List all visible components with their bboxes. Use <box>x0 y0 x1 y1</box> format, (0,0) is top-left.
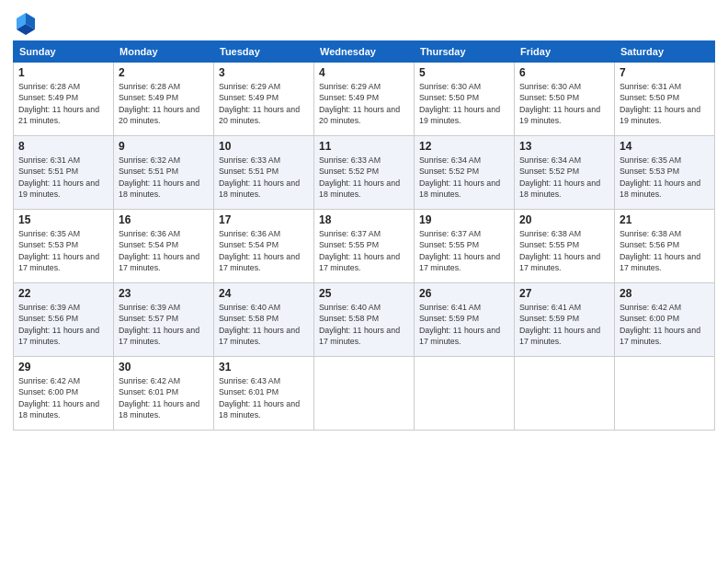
logo-icon <box>13 9 39 35</box>
calendar-cell: 8Sunrise: 6:31 AMSunset: 5:51 PMDaylight… <box>14 136 114 210</box>
day-info: Sunrise: 6:35 AMSunset: 5:53 PMDaylight:… <box>18 228 108 273</box>
calendar-cell: 25Sunrise: 6:40 AMSunset: 5:58 PMDayligh… <box>314 283 415 357</box>
day-number: 5 <box>419 66 509 79</box>
day-number: 14 <box>620 140 710 153</box>
day-number: 29 <box>18 361 108 373</box>
day-info: Sunrise: 6:29 AMSunset: 5:49 PMDaylight:… <box>319 81 409 126</box>
day-number: 8 <box>18 140 108 153</box>
calendar-cell: 20Sunrise: 6:38 AMSunset: 5:55 PMDayligh… <box>515 210 615 283</box>
day-info: Sunrise: 6:40 AMSunset: 5:58 PMDaylight:… <box>219 302 309 347</box>
calendar-cell: 10Sunrise: 6:33 AMSunset: 5:51 PMDayligh… <box>214 136 314 210</box>
calendar-cell: 9Sunrise: 6:32 AMSunset: 5:51 PMDaylight… <box>114 136 214 210</box>
day-info: Sunrise: 6:42 AMSunset: 6:00 PMDaylight:… <box>18 375 108 420</box>
day-info: Sunrise: 6:28 AMSunset: 5:49 PMDaylight:… <box>18 81 108 126</box>
calendar-cell: 26Sunrise: 6:41 AMSunset: 5:59 PMDayligh… <box>415 283 515 357</box>
calendar-week-row: 22Sunrise: 6:39 AMSunset: 5:56 PMDayligh… <box>14 283 715 357</box>
day-info: Sunrise: 6:43 AMSunset: 6:01 PMDaylight:… <box>219 375 309 420</box>
weekday-header-tuesday: Tuesday <box>214 41 314 63</box>
day-number: 23 <box>119 287 209 300</box>
day-info: Sunrise: 6:38 AMSunset: 5:56 PMDaylight:… <box>620 228 710 273</box>
calendar-week-row: 15Sunrise: 6:35 AMSunset: 5:53 PMDayligh… <box>14 210 715 283</box>
weekday-header-monday: Monday <box>114 41 214 63</box>
day-number: 9 <box>119 140 209 153</box>
day-info: Sunrise: 6:28 AMSunset: 5:49 PMDaylight:… <box>119 81 209 126</box>
calendar-cell: 4Sunrise: 6:29 AMSunset: 5:49 PMDaylight… <box>314 63 415 136</box>
day-number: 22 <box>18 287 108 300</box>
calendar-week-row: 8Sunrise: 6:31 AMSunset: 5:51 PMDaylight… <box>14 136 715 210</box>
calendar-cell: 23Sunrise: 6:39 AMSunset: 5:57 PMDayligh… <box>114 283 214 357</box>
day-info: Sunrise: 6:37 AMSunset: 5:55 PMDaylight:… <box>419 228 509 273</box>
day-info: Sunrise: 6:38 AMSunset: 5:55 PMDaylight:… <box>519 228 609 273</box>
day-info: Sunrise: 6:36 AMSunset: 5:54 PMDaylight:… <box>119 228 209 273</box>
calendar-cell: 27Sunrise: 6:41 AMSunset: 5:59 PMDayligh… <box>515 283 615 357</box>
day-number: 25 <box>319 287 409 300</box>
calendar-cell: 6Sunrise: 6:30 AMSunset: 5:50 PMDaylight… <box>515 63 615 136</box>
calendar-cell: 13Sunrise: 6:34 AMSunset: 5:52 PMDayligh… <box>515 136 615 210</box>
day-info: Sunrise: 6:34 AMSunset: 5:52 PMDaylight:… <box>419 155 509 200</box>
logo <box>13 9 42 35</box>
day-number: 15 <box>18 213 108 226</box>
day-info: Sunrise: 6:36 AMSunset: 5:54 PMDaylight:… <box>219 228 309 273</box>
calendar-cell: 31Sunrise: 6:43 AMSunset: 6:01 PMDayligh… <box>214 357 314 431</box>
calendar-cell: 19Sunrise: 6:37 AMSunset: 5:55 PMDayligh… <box>415 210 515 283</box>
day-number: 16 <box>119 213 209 226</box>
calendar-cell <box>415 357 515 431</box>
calendar-week-row: 29Sunrise: 6:42 AMSunset: 6:00 PMDayligh… <box>14 357 715 431</box>
calendar-cell: 21Sunrise: 6:38 AMSunset: 5:56 PMDayligh… <box>615 210 715 283</box>
day-info: Sunrise: 6:42 AMSunset: 6:00 PMDaylight:… <box>620 302 710 347</box>
day-info: Sunrise: 6:41 AMSunset: 5:59 PMDaylight:… <box>519 302 609 347</box>
day-number: 21 <box>620 213 710 226</box>
calendar-cell: 12Sunrise: 6:34 AMSunset: 5:52 PMDayligh… <box>415 136 515 210</box>
day-info: Sunrise: 6:34 AMSunset: 5:52 PMDaylight:… <box>519 155 609 200</box>
calendar-cell: 5Sunrise: 6:30 AMSunset: 5:50 PMDaylight… <box>415 63 515 136</box>
calendar-cell: 28Sunrise: 6:42 AMSunset: 6:00 PMDayligh… <box>615 283 715 357</box>
day-info: Sunrise: 6:31 AMSunset: 5:51 PMDaylight:… <box>18 155 108 200</box>
calendar-cell: 3Sunrise: 6:29 AMSunset: 5:49 PMDaylight… <box>214 63 314 136</box>
day-info: Sunrise: 6:41 AMSunset: 5:59 PMDaylight:… <box>419 302 509 347</box>
calendar-cell: 29Sunrise: 6:42 AMSunset: 6:00 PMDayligh… <box>14 357 114 431</box>
calendar-cell: 18Sunrise: 6:37 AMSunset: 5:55 PMDayligh… <box>314 210 415 283</box>
day-info: Sunrise: 6:39 AMSunset: 5:57 PMDaylight:… <box>119 302 209 347</box>
weekday-header-thursday: Thursday <box>415 41 515 63</box>
day-number: 12 <box>419 140 509 153</box>
calendar-cell: 11Sunrise: 6:33 AMSunset: 5:52 PMDayligh… <box>314 136 415 210</box>
day-number: 31 <box>219 361 309 373</box>
weekday-header-wednesday: Wednesday <box>314 41 415 63</box>
day-number: 30 <box>119 361 209 373</box>
day-number: 6 <box>519 66 609 79</box>
calendar-cell: 14Sunrise: 6:35 AMSunset: 5:53 PMDayligh… <box>615 136 715 210</box>
day-info: Sunrise: 6:30 AMSunset: 5:50 PMDaylight:… <box>419 81 509 126</box>
calendar-table: SundayMondayTuesdayWednesdayThursdayFrid… <box>13 40 715 431</box>
weekday-header-saturday: Saturday <box>615 41 715 63</box>
weekday-header-row: SundayMondayTuesdayWednesdayThursdayFrid… <box>14 41 715 63</box>
day-number: 3 <box>219 66 309 79</box>
day-info: Sunrise: 6:40 AMSunset: 5:58 PMDaylight:… <box>319 302 409 347</box>
calendar-cell: 24Sunrise: 6:40 AMSunset: 5:58 PMDayligh… <box>214 283 314 357</box>
weekday-header-sunday: Sunday <box>14 41 114 63</box>
day-number: 18 <box>319 213 409 226</box>
day-number: 7 <box>620 66 710 79</box>
calendar-cell <box>615 357 715 431</box>
day-info: Sunrise: 6:29 AMSunset: 5:49 PMDaylight:… <box>219 81 309 126</box>
day-info: Sunrise: 6:30 AMSunset: 5:50 PMDaylight:… <box>519 81 609 126</box>
day-info: Sunrise: 6:35 AMSunset: 5:53 PMDaylight:… <box>620 155 710 200</box>
day-number: 2 <box>119 66 209 79</box>
calendar-cell: 17Sunrise: 6:36 AMSunset: 5:54 PMDayligh… <box>214 210 314 283</box>
day-number: 24 <box>219 287 309 300</box>
day-number: 27 <box>519 287 609 300</box>
day-number: 26 <box>419 287 509 300</box>
day-info: Sunrise: 6:33 AMSunset: 5:52 PMDaylight:… <box>319 155 409 200</box>
calendar-cell <box>515 357 615 431</box>
day-number: 4 <box>319 66 409 79</box>
calendar-page: SundayMondayTuesdayWednesdayThursdayFrid… <box>0 0 728 563</box>
calendar-cell <box>314 357 415 431</box>
calendar-week-row: 1Sunrise: 6:28 AMSunset: 5:49 PMDaylight… <box>14 63 715 136</box>
calendar-cell: 30Sunrise: 6:42 AMSunset: 6:01 PMDayligh… <box>114 357 214 431</box>
day-number: 28 <box>620 287 710 300</box>
weekday-header-friday: Friday <box>515 41 615 63</box>
day-number: 17 <box>219 213 309 226</box>
day-number: 20 <box>519 213 609 226</box>
day-info: Sunrise: 6:32 AMSunset: 5:51 PMDaylight:… <box>119 155 209 200</box>
calendar-cell: 22Sunrise: 6:39 AMSunset: 5:56 PMDayligh… <box>14 283 114 357</box>
day-info: Sunrise: 6:42 AMSunset: 6:01 PMDaylight:… <box>119 375 209 420</box>
